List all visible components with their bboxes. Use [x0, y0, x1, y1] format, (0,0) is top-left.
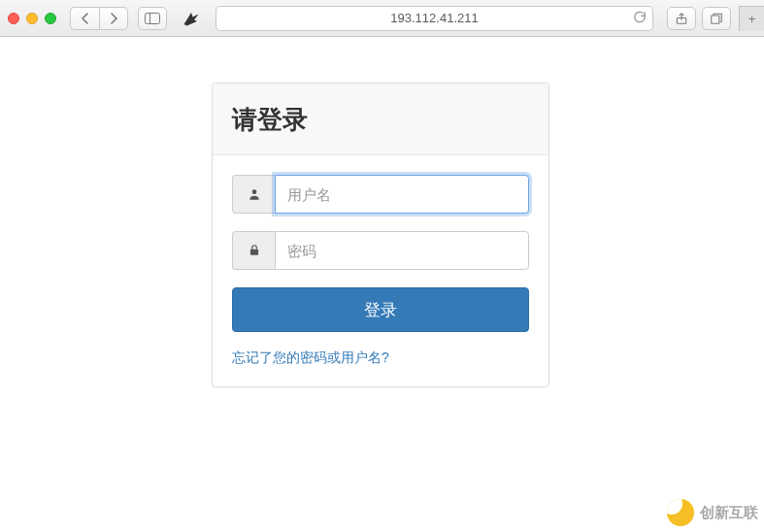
login-card-body: 登录 忘记了您的密码或用户名? [213, 155, 548, 386]
username-input[interactable] [275, 175, 529, 214]
minimize-window-button[interactable] [26, 13, 38, 24]
forgot-link[interactable]: 忘记了您的密码或用户名? [232, 349, 389, 365]
nav-buttons [70, 7, 128, 30]
username-row [232, 175, 529, 214]
svg-rect-3 [712, 16, 719, 23]
login-heading: 请登录 [232, 103, 529, 137]
watermark-text: 创新互联 [700, 504, 758, 522]
site-icon [181, 8, 202, 29]
address-bar[interactable]: 193.112.41.211 [216, 6, 653, 31]
svg-rect-0 [146, 13, 160, 23]
password-input[interactable] [275, 231, 529, 270]
svg-point-4 [251, 189, 256, 194]
address-text: 193.112.41.211 [390, 11, 478, 25]
new-tab-button[interactable]: + [739, 6, 764, 31]
page-viewport: 请登录 登录 忘记了您的密码或用户名? 创新互联 [0, 37, 764, 532]
close-window-button[interactable] [8, 13, 19, 24]
login-card-header: 请登录 [213, 83, 548, 155]
reload-icon[interactable] [633, 10, 647, 26]
forward-button[interactable] [99, 7, 128, 30]
browser-toolbar: 193.112.41.211 + [0, 0, 764, 37]
lock-icon [232, 231, 275, 270]
user-icon [232, 175, 275, 214]
window-controls [8, 13, 56, 24]
watermark: 创新互联 [667, 499, 758, 526]
svg-rect-5 [249, 249, 257, 255]
login-card: 请登录 登录 忘记了您的密码或用户名? [212, 83, 549, 387]
tabs-button[interactable] [702, 7, 731, 30]
watermark-logo-icon [667, 499, 694, 526]
sidebar-toggle-button[interactable] [138, 7, 167, 30]
password-row [232, 231, 529, 270]
back-button[interactable] [70, 7, 99, 30]
zoom-window-button[interactable] [45, 13, 56, 24]
login-button[interactable]: 登录 [232, 287, 529, 332]
forgot-row: 忘记了您的密码或用户名? [232, 349, 529, 367]
share-button[interactable] [667, 7, 696, 30]
toolbar-right: + [667, 6, 756, 31]
